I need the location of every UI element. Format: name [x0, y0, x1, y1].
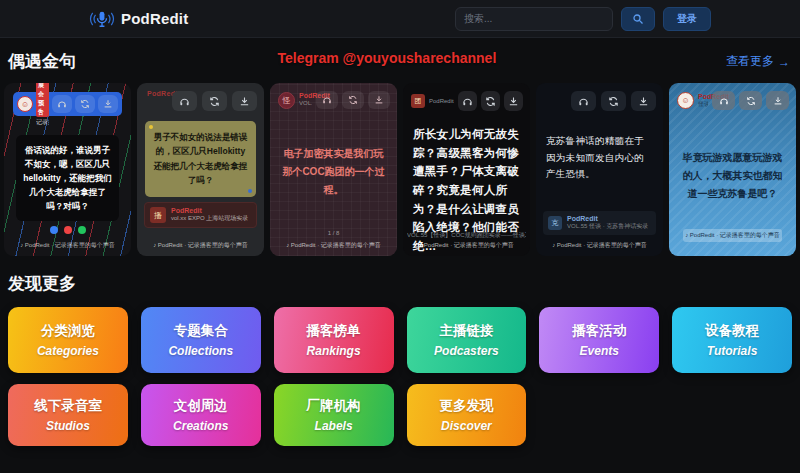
category-button-creations[interactable]: 文创周边 Creations	[141, 384, 261, 446]
author-subtitle: VOL.55 · 怪谈工坊	[299, 99, 312, 108]
green-dot	[78, 226, 86, 234]
headphones-icon	[322, 95, 332, 105]
download-button[interactable]	[504, 91, 523, 111]
discover-grid-row-1: 分类浏览 Categories 专题集合 Collections 播客榜单 Ra…	[0, 307, 800, 373]
quote-text: 毕竟玩游戏愿意玩游戏的人，大概其实也都知道一些克苏鲁是吧？	[681, 149, 784, 203]
category-button-discover[interactable]: 更多发现 Discover	[407, 384, 527, 446]
quote-card-3[interactable]: 怪 PodRedit VOL.55 · 怪谈工坊 电子加密其实是我们玩那个COC…	[270, 83, 397, 256]
quote-card-5[interactable]: 克苏鲁神话的精髓在于因为未知而发自内心的产生恐惧。 克 PodRedit VOL…	[536, 83, 663, 256]
quote-card-row: ☺ 展会预告 记录播客的每个声音 俗话说的好，谁说男子不如女，嗯，区区几只hel…	[0, 83, 800, 256]
quotes-section-title: 偶遇金句	[8, 50, 76, 73]
card-footer: ♪ PodRedit · 记录播客里的每个声音	[683, 229, 782, 242]
category-label-en: Categories	[37, 344, 99, 358]
view-more-link[interactable]: 查看更多 →	[726, 53, 790, 70]
corner-dot	[248, 189, 252, 193]
blue-dot	[50, 226, 58, 234]
card-footer: ♪ PodRedit · 记录播客里的每个声音	[4, 241, 131, 250]
download-button[interactable]	[232, 91, 257, 111]
download-button[interactable]	[766, 91, 789, 110]
author-strip: 克 PodRedit VOL.55 怪谈 · 克苏鲁神话实录	[543, 211, 656, 235]
category-label-en: Rankings	[307, 344, 361, 358]
category-button-events[interactable]: 播客活动 Events	[539, 307, 659, 373]
category-button-tutorials[interactable]: 设备教程 Tutorials	[672, 307, 792, 373]
quote-box: 男子不如女的说法是错误的，区区几只Hellokitty还能把几个大老虎给拿捏了吗…	[145, 121, 256, 197]
headphones-icon	[719, 96, 729, 106]
headphones-icon	[578, 96, 589, 107]
brand[interactable]: PodRedit	[89, 9, 188, 29]
category-button-categories[interactable]: 分类浏览 Categories	[8, 307, 128, 373]
category-button-rankings[interactable]: 播客榜单 Rankings	[274, 307, 394, 373]
quote-card-6[interactable]: ☺ PodRedit 怪谈 · 第四期 毕竟玩游戏愿意玩游戏的人，大概其实也都知…	[669, 83, 796, 256]
refresh-button[interactable]	[75, 95, 95, 113]
download-icon	[638, 96, 649, 107]
episode-meta: VOL.55【怪谈】COC规则跑团实录——怪谈工坊第四部曲（上）	[407, 231, 526, 240]
category-label-en: Tutorials	[707, 344, 757, 358]
author-name: PodRedit	[299, 92, 312, 99]
listen-button[interactable]	[316, 91, 338, 109]
quote-card-4[interactable]: 团 PodRedit 所长女儿为何无故失踪？高级黑客为何惨遭黑手？尸体支离破碎？…	[403, 83, 530, 256]
category-label-zh: 更多发现	[439, 397, 493, 415]
refresh-button[interactable]	[481, 91, 500, 111]
card-meta: 1 / 8	[270, 230, 397, 236]
refresh-icon	[209, 96, 220, 107]
search-input[interactable]	[455, 7, 613, 31]
category-label-en: Labels	[315, 419, 353, 433]
avatar: 怪	[278, 92, 295, 109]
search-icon	[632, 13, 644, 25]
headphones-icon	[179, 96, 190, 107]
category-label-zh: 播客榜单	[307, 322, 361, 340]
telegram-watermark: Telegram @youyousharechannel	[277, 50, 496, 66]
login-button[interactable]: 登录	[663, 7, 711, 31]
author-name: PodRedit	[171, 207, 248, 214]
microphone-logo-icon	[89, 9, 115, 29]
refresh-button[interactable]	[739, 91, 762, 110]
download-icon	[508, 96, 519, 107]
category-button-studios[interactable]: 线下录音室 Studios	[8, 384, 128, 446]
quote-text: 俗话说的好，谁说男子不如女，嗯，区区几只hellokitty，还能把我们几个大老…	[16, 135, 119, 221]
view-more-label: 查看更多	[726, 53, 774, 70]
corner-dot	[149, 125, 153, 129]
card3-author-bar: 怪 PodRedit VOL.55 · 怪谈工坊	[278, 91, 390, 109]
refresh-button[interactable]	[202, 91, 227, 111]
quote-card-1[interactable]: ☺ 展会预告 记录播客的每个声音 俗话说的好，谁说男子不如女，嗯，区区几只hel…	[4, 83, 131, 256]
category-label-en: Events	[580, 344, 619, 358]
search-button[interactable]	[621, 7, 655, 31]
listen-button[interactable]	[712, 91, 735, 110]
listen-button[interactable]	[458, 91, 477, 111]
refresh-icon	[608, 96, 619, 107]
card-footer: ♪ PodRedit · 记录播客里的每个声音	[536, 241, 663, 250]
listen-button[interactable]	[571, 91, 596, 111]
card1-author-bar: ☺ 展会预告 记录播客的每个声音	[13, 92, 122, 116]
quote-card-2[interactable]: PodRedit 男子不如女的说法是错误的，区区几只Hellokitty还能把几…	[137, 83, 264, 256]
login-label: 登录	[677, 12, 697, 26]
download-button[interactable]	[368, 91, 390, 109]
listen-button[interactable]	[172, 91, 197, 111]
discover-grid-row-2: 线下录音室 Studios 文创周边 Creations 厂牌机构 Labels…	[0, 384, 800, 446]
download-button[interactable]	[631, 91, 656, 111]
author-subtitle: 怪谈 · 第四期	[698, 100, 708, 109]
category-label-zh: 线下录音室	[34, 397, 102, 415]
avatar: ☺	[677, 92, 694, 109]
refresh-icon	[485, 96, 496, 107]
category-button-collections[interactable]: 专题集合 Collections	[141, 307, 261, 373]
refresh-button[interactable]	[342, 91, 364, 109]
brand-name: PodRedit	[121, 10, 188, 27]
quote-text: 电子加密其实是我们玩那个COC跑团的一个过程。	[282, 145, 385, 199]
category-label-zh: 文创周边	[174, 397, 228, 415]
download-icon	[773, 96, 783, 106]
refresh-icon	[746, 96, 756, 106]
category-label-en: Collections	[168, 344, 233, 358]
category-label-zh: 分类浏览	[41, 322, 95, 340]
category-button-podcasters[interactable]: 主播链接 Podcasters	[407, 307, 527, 373]
category-label-zh: 厂牌机构	[307, 397, 361, 415]
color-dots	[4, 226, 131, 234]
avatar: ☺	[17, 96, 33, 112]
refresh-button[interactable]	[601, 91, 626, 111]
category-button-labels[interactable]: 厂牌机构 Labels	[274, 384, 394, 446]
author-strip: 播 PodRedit vol.xx EXPO 上海站现场实录	[144, 202, 257, 228]
avatar: 团	[411, 94, 425, 108]
quotes-section-header: 偶遇金句 Telegram @youyousharechannel 查看更多 →	[0, 38, 800, 83]
download-button[interactable]	[98, 95, 118, 113]
avatar: 播	[150, 207, 166, 223]
listen-button[interactable]	[52, 95, 72, 113]
